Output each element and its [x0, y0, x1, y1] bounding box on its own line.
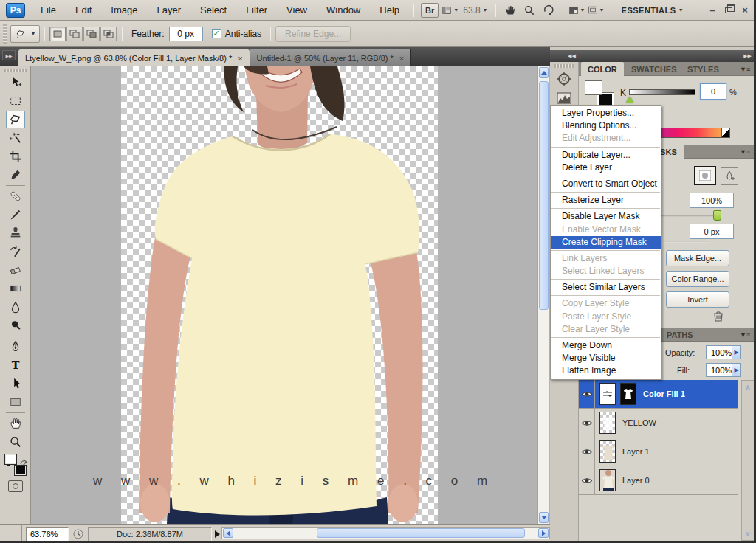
launch-bridge-button[interactable]: Br: [421, 3, 439, 18]
foreground-color-swatch[interactable]: [4, 454, 17, 465]
menu-item-rasterize-layer[interactable]: Rasterize Layer: [551, 194, 661, 207]
navigator-panel-icon[interactable]: [556, 71, 572, 87]
menu-view[interactable]: View: [277, 0, 317, 21]
vertical-scroll-thumb[interactable]: [539, 81, 549, 310]
hand-tool[interactable]: [6, 415, 25, 432]
layers-scroll-up-button[interactable]: ∧: [742, 381, 754, 392]
zoom-percentage-field[interactable]: 63.76%: [26, 527, 69, 542]
restore-button[interactable]: [721, 4, 737, 17]
menu-item-convert-to-smart-object[interactable]: Convert to Smart Object: [551, 178, 661, 190]
spot-healing-brush-tool[interactable]: [6, 187, 25, 205]
tab-color[interactable]: COLOR: [581, 62, 624, 76]
menu-filter[interactable]: Filter: [236, 0, 277, 21]
canvas-vertical-scrollbar[interactable]: [537, 66, 549, 524]
rectangular-marquee-tool[interactable]: [6, 92, 25, 110]
menu-item-blending-options[interactable]: Blending Options...: [551, 120, 661, 132]
brush-tool[interactable]: [6, 206, 25, 224]
intersect-selection-mode-button[interactable]: [100, 27, 117, 41]
menu-item-layer-properties[interactable]: Layer Properties...: [551, 107, 661, 120]
black-white-picker[interactable]: [721, 128, 730, 138]
scroll-left-button[interactable]: [223, 528, 233, 538]
tab-paths[interactable]: PATHS: [660, 328, 700, 342]
vector-mask-button[interactable]: [721, 167, 738, 185]
magic-wand-tool[interactable]: [6, 129, 25, 147]
history-brush-tool[interactable]: [6, 243, 25, 260]
lasso-tool[interactable]: [6, 111, 25, 128]
new-selection-mode-button[interactable]: [49, 27, 66, 41]
view-extras-icon[interactable]: ▼: [442, 3, 458, 18]
layer-visibility-toggle[interactable]: [579, 380, 595, 409]
expand-dock-icon[interactable]: ▶▶: [743, 53, 752, 59]
path-selection-tool[interactable]: [6, 375, 25, 392]
crop-tool[interactable]: [6, 148, 25, 165]
canvas-horizontal-scrollbar[interactable]: [221, 527, 550, 539]
trash-icon[interactable]: [713, 311, 724, 322]
layer-visibility-toggle[interactable]: [579, 409, 595, 437]
screen-mode-icon[interactable]: ▼: [588, 3, 605, 18]
menu-window[interactable]: Window: [317, 0, 370, 21]
canvas-area[interactable]: w w w . w h i z i s m e . c o m: [31, 66, 550, 524]
gradient-tool[interactable]: [6, 280, 25, 297]
arrange-documents-icon[interactable]: ▼: [569, 3, 585, 18]
layers-scrollbar[interactable]: ∧ ∨: [741, 380, 755, 541]
document-tab-active[interactable]: Ltyellow_W_F.png @ 63.8% (Color Fill 1, …: [18, 49, 250, 66]
status-flyout-arrow-icon[interactable]: [215, 530, 220, 538]
add-to-selection-mode-button[interactable]: [66, 27, 83, 41]
layer-row-color-fill-1[interactable]: Color Fill 1: [579, 380, 738, 409]
document-tab-inactive[interactable]: Untitled-1 @ 50% (Layer 11, RGB/8) * ×: [250, 49, 412, 66]
dodge-tool[interactable]: [6, 317, 25, 334]
zoom-tool-icon[interactable]: [521, 3, 537, 18]
invert-button[interactable]: Invert: [666, 291, 729, 308]
tab-styles[interactable]: STYLES: [681, 62, 726, 76]
layer-row-yellow[interactable]: YELLOW: [579, 409, 738, 437]
menu-file[interactable]: File: [31, 0, 66, 21]
layer-thumbnail[interactable]: [599, 469, 616, 491]
subtract-from-selection-mode-button[interactable]: [83, 27, 100, 41]
panel-menu-icon[interactable]: ▼≡: [740, 65, 753, 73]
mask-density-value[interactable]: 100%: [690, 193, 734, 208]
layer-visibility-toggle[interactable]: [579, 466, 595, 495]
tool-palette-grip[interactable]: [4, 69, 27, 72]
panel-menu-icon[interactable]: ▼≡: [740, 148, 753, 156]
refine-edge-button[interactable]: Refine Edge...: [275, 26, 351, 42]
move-tool[interactable]: [6, 74, 25, 91]
workspace-switcher[interactable]: ESSENTIALS ▼: [622, 6, 684, 15]
layers-scroll-down-button[interactable]: ∨: [742, 528, 754, 539]
menu-item-duplicate-layer[interactable]: Duplicate Layer...: [551, 149, 661, 162]
menu-item-create-clipping-mask[interactable]: Create Clipping Mask: [551, 236, 661, 249]
shape-tool[interactable]: [6, 393, 25, 411]
foreground-color-swatch[interactable]: [585, 80, 602, 95]
tab-overflow-chevrons-icon[interactable]: ▶▶: [2, 50, 16, 60]
menu-item-flatten-image[interactable]: Flatten Image: [551, 364, 661, 377]
minimize-button[interactable]: –: [704, 4, 721, 17]
layer-row-layer-0[interactable]: Layer 0: [579, 466, 738, 495]
current-tool-preset[interactable]: ▼: [10, 25, 40, 43]
fill-value[interactable]: 100% ▶: [706, 363, 741, 377]
menu-select[interactable]: Select: [190, 0, 236, 21]
background-color-swatch[interactable]: [14, 465, 27, 476]
menu-edit[interactable]: Edit: [66, 0, 101, 21]
k-channel-slider[interactable]: [629, 89, 695, 95]
strip-grip[interactable]: [554, 64, 574, 68]
status-options-icon[interactable]: [72, 528, 84, 540]
close-button[interactable]: ×: [737, 4, 753, 17]
blur-tool[interactable]: [6, 298, 25, 316]
close-icon[interactable]: ×: [238, 54, 242, 63]
mask-feather-value[interactable]: 0 px: [690, 224, 734, 239]
slider-handle-icon[interactable]: [626, 97, 633, 103]
scroll-up-button[interactable]: [539, 67, 549, 78]
eraser-tool[interactable]: [6, 261, 25, 279]
options-bar-grip[interactable]: [3, 24, 7, 44]
menu-item-merge-down[interactable]: Merge Down: [551, 339, 661, 352]
document-size-indicator[interactable]: Doc: 2.36M/8.87M: [88, 527, 212, 542]
rotate-view-icon[interactable]: [540, 3, 557, 18]
layer-thumbnail[interactable]: [599, 412, 616, 434]
menu-item-delete-layer[interactable]: Delete Layer: [551, 162, 661, 174]
spinner-arrow-icon[interactable]: ▶: [732, 364, 740, 376]
menu-item-disable-layer-mask[interactable]: Disable Layer Mask: [551, 210, 661, 223]
scroll-right-button[interactable]: [538, 528, 549, 538]
layer-row-layer-1[interactable]: Layer 1: [579, 437, 738, 466]
mask-edge-button[interactable]: Mask Edge...: [666, 250, 729, 266]
layer-mask-thumbnail[interactable]: [620, 383, 636, 405]
k-value-input[interactable]: 0: [700, 83, 726, 100]
